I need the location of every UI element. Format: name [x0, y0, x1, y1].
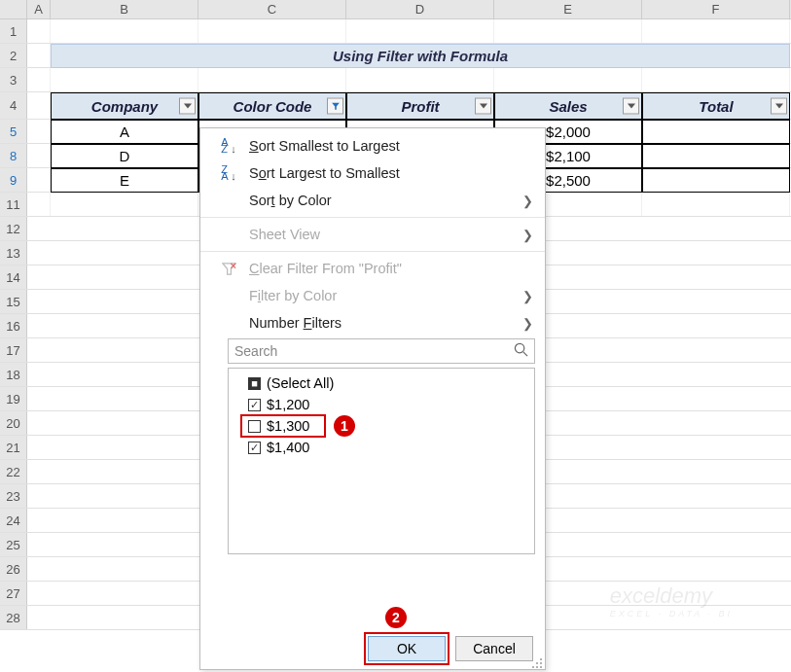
- col-header[interactable]: C: [198, 0, 346, 18]
- sort-asc[interactable]: AZ ↓ SSort Smallest to Largestort Smalle…: [200, 132, 545, 159]
- row-header[interactable]: 3: [0, 68, 27, 91]
- row-header[interactable]: 23: [0, 484, 27, 508]
- svg-point-9: [540, 666, 542, 668]
- cell[interactable]: [642, 168, 790, 193]
- filter-dropdown: AZ ↓ SSort Smallest to Largestort Smalle…: [199, 127, 546, 670]
- sort-desc-icon: ZA ↓: [208, 166, 249, 179]
- filter-button[interactable]: [327, 98, 343, 115]
- col-header[interactable]: E: [494, 0, 642, 18]
- row-header[interactable]: 1: [0, 19, 27, 43]
- row-header[interactable]: 4: [0, 92, 27, 119]
- row-header[interactable]: 28: [0, 606, 27, 629]
- svg-point-7: [532, 666, 534, 668]
- annotation-badge: 1: [334, 415, 355, 437]
- check-select-all[interactable]: ■ (Select All): [233, 372, 530, 394]
- number-filters[interactable]: Number FiltersNumber Filters ❯: [200, 309, 545, 336]
- sort-asc-icon: AZ ↓: [208, 139, 249, 152]
- header-sales: Sales: [494, 92, 642, 120]
- row-header[interactable]: 5: [0, 120, 27, 143]
- col-header[interactable]: A: [27, 0, 51, 18]
- svg-point-4: [540, 658, 542, 660]
- row-header[interactable]: 24: [0, 509, 27, 532]
- filter-button[interactable]: [771, 98, 787, 115]
- cancel-button[interactable]: Cancel: [455, 636, 533, 661]
- svg-point-8: [536, 666, 538, 668]
- row-header[interactable]: 9: [0, 168, 27, 192]
- clear-filter-icon: [208, 262, 249, 276]
- row-header[interactable]: 2: [0, 44, 27, 67]
- row-header[interactable]: 22: [0, 460, 27, 483]
- annotation-badge: 2: [385, 607, 407, 628]
- resize-grip-icon[interactable]: [531, 655, 543, 667]
- col-header[interactable]: F: [642, 0, 790, 18]
- chevron-right-icon: ❯: [522, 289, 533, 303]
- checkbox-icon: ■: [248, 377, 261, 390]
- filter-button[interactable]: [475, 98, 491, 115]
- cell[interactable]: [642, 144, 790, 168]
- sort-desc[interactable]: ZA ↓ Sort Largest to SmallestSort Larges…: [200, 159, 545, 187]
- row-header[interactable]: 14: [0, 265, 27, 289]
- cell-company[interactable]: E: [51, 168, 198, 193]
- cell-company[interactable]: A: [51, 120, 198, 144]
- header-total: Total: [642, 92, 790, 120]
- filter-by-color: Filter by ColorFilter by Color ❯: [200, 282, 545, 309]
- svg-line-3: [523, 352, 527, 356]
- chevron-right-icon: ❯: [522, 316, 533, 331]
- row-header[interactable]: 25: [0, 533, 27, 556]
- row-header[interactable]: 18: [0, 363, 27, 386]
- row-header[interactable]: 15: [0, 290, 27, 313]
- row-header[interactable]: 11: [0, 193, 27, 216]
- search-input[interactable]: Search: [228, 338, 535, 364]
- header-company: Company: [51, 92, 198, 120]
- row-header[interactable]: 16: [0, 314, 27, 337]
- svg-point-5: [536, 662, 538, 664]
- filter-button[interactable]: [179, 98, 196, 115]
- filter-button[interactable]: [623, 98, 639, 115]
- row-header[interactable]: 12: [0, 217, 27, 240]
- checkbox-icon: [248, 442, 261, 454]
- sheet-view: Sheet View ❯: [200, 221, 545, 248]
- row-header[interactable]: 21: [0, 436, 27, 459]
- checkbox-icon: [248, 399, 261, 411]
- row-header[interactable]: 13: [0, 241, 27, 265]
- clear-filter: Clear Filter From "Profit"Clear Filter F…: [200, 255, 545, 282]
- filter-checklist: ■ (Select All) $1,200 $1,300 $1,400 1: [228, 368, 535, 554]
- chevron-right-icon: ❯: [522, 194, 533, 208]
- cell[interactable]: [642, 120, 790, 144]
- row-header[interactable]: 27: [0, 582, 27, 605]
- header-color: Color Code: [198, 92, 346, 120]
- check-item[interactable]: $1,200: [233, 394, 530, 415]
- svg-point-2: [515, 343, 523, 352]
- col-header[interactable]: B: [51, 0, 198, 18]
- row-header[interactable]: 17: [0, 338, 27, 362]
- annotation-box: [240, 414, 326, 438]
- check-item[interactable]: $1,400: [233, 437, 530, 458]
- cell-company[interactable]: D: [51, 144, 198, 168]
- sort-by-color[interactable]: Sort by ColorSort by Color ❯: [200, 187, 545, 214]
- row-header[interactable]: 8: [0, 144, 27, 167]
- row-header[interactable]: 20: [0, 411, 27, 435]
- col-header[interactable]: D: [346, 0, 494, 18]
- chevron-right-icon: ❯: [522, 228, 533, 242]
- search-icon: [514, 342, 528, 360]
- row-header[interactable]: 19: [0, 387, 27, 410]
- row-header[interactable]: 26: [0, 557, 27, 581]
- svg-point-6: [540, 662, 542, 664]
- page-title: Using Filter with Formula: [51, 44, 790, 68]
- header-profit: Profit: [346, 92, 494, 120]
- annotation-box: [364, 632, 449, 665]
